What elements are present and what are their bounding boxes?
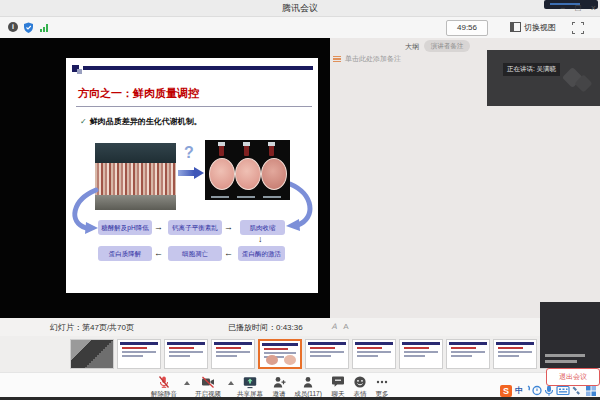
pen-tool-icon[interactable]: A: [331, 322, 338, 331]
meeting-info-icon[interactable]: i: [8, 22, 18, 32]
ime-mode-chinese[interactable]: 中: [515, 385, 523, 396]
chat-bubble-icon: [331, 375, 345, 389]
speaking-now-badge: 正在讲话: 吴满晓: [503, 63, 560, 76]
slide-thumbnail[interactable]: [211, 339, 255, 369]
meat-sample: [209, 158, 235, 190]
flow-arrow-left: ←: [154, 249, 163, 258]
meat-sample: [235, 158, 261, 190]
flow-arrow-left: ←: [224, 249, 233, 258]
slide[interactable]: 方向之一：鲜肉质量调控 ✓鲜肉品质差异的生化代谢机制。 ?: [66, 58, 318, 293]
tencent-meeting-window: 腾讯会议 − □ × i 49:56 切换视图 方向之一：鲜肉质量调控: [0, 0, 600, 400]
slide-thumbnail[interactable]: [164, 339, 208, 369]
photo-caption: [211, 196, 229, 198]
tools-icon: [573, 387, 581, 395]
overlay-text-line: [545, 360, 577, 363]
security-shield-icon[interactable]: [23, 22, 34, 34]
slide-thumbnail[interactable]: [493, 339, 537, 369]
slide-thumbnail[interactable]: [305, 339, 349, 369]
notes-placeholder[interactable]: 单击此处添加备注: [333, 54, 401, 64]
flow-box-protein-degradation: 蛋白质降解: [98, 246, 152, 261]
photo-caption: [237, 196, 255, 198]
annotation-tools: A A: [332, 322, 349, 331]
grid-icon: [586, 386, 591, 391]
fullscreen-icon[interactable]: [572, 22, 584, 34]
slide-thumbnail[interactable]: [117, 339, 161, 369]
slide-position-label: 幻灯片：第47页/共70页: [50, 322, 134, 333]
members-button[interactable]: 成员(117): [288, 375, 328, 399]
share-screen-icon: [243, 375, 257, 389]
mic-muted-icon: [157, 375, 171, 389]
exit-meeting-button[interactable]: 退出会议: [546, 368, 600, 386]
window-titlebar: 腾讯会议 − □ ×: [0, 0, 600, 17]
share-screen-button[interactable]: 共享屏幕: [232, 375, 268, 399]
flow-box-glycolysis: 糖酵解及pH降低: [98, 220, 152, 235]
flow-arrow-down: ↓: [258, 235, 263, 244]
quote-icon: [528, 386, 529, 390]
meat-sample: [261, 158, 287, 190]
chat-button[interactable]: 聊天: [326, 375, 350, 399]
emoji-button[interactable]: 表情: [348, 375, 372, 399]
test-tube: [269, 142, 274, 156]
switch-view-icon: [510, 22, 521, 32]
minimize-button[interactable]: −: [560, 2, 565, 14]
flow-box-protease: 蛋白酶的激活: [238, 246, 285, 261]
switch-view-label: 切换视图: [524, 22, 556, 33]
overlay-window: [540, 302, 600, 368]
tab-speaker-notes[interactable]: 演讲者备注: [424, 40, 470, 52]
invite-person-icon: [272, 375, 286, 389]
presentation-stage: 方向之一：鲜肉质量调控 ✓鲜肉品质差异的生化代谢机制。 ?: [0, 38, 330, 318]
emoji-smiley-icon: [353, 375, 367, 389]
elapsed-time-label: 已播放时间：0:43:36: [228, 322, 303, 333]
keyboard-icon: [557, 387, 569, 395]
playback-infobar: 幻灯片：第47页/共70页 已播放时间：0:43:36 A A: [0, 318, 600, 336]
meeting-statusbar: i 49:56 切换视图: [0, 17, 600, 39]
meeting-timer: 49:56: [446, 20, 488, 36]
more-button[interactable]: 更多: [370, 375, 394, 399]
members-icon: [301, 375, 315, 389]
camera-off-icon: [201, 375, 215, 389]
notes-icon: [333, 56, 341, 63]
restore-button[interactable]: □: [575, 2, 580, 14]
test-tube: [219, 142, 224, 156]
font-tool-icon[interactable]: A: [343, 322, 348, 331]
test-tube: [244, 142, 249, 156]
sogou-logo-icon[interactable]: S: [500, 385, 512, 397]
close-button[interactable]: ×: [591, 2, 596, 14]
more-ellipsis-icon: [375, 375, 389, 389]
tab-outline[interactable]: 大纲: [405, 42, 419, 52]
flow-arrow-right: →: [224, 223, 233, 232]
meat-samples-photo: [205, 140, 290, 200]
network-signal-icon: [40, 24, 48, 32]
overlay-text-line: [545, 354, 585, 357]
flow-box-apoptosis: 细胞凋亡: [168, 246, 222, 261]
switch-view-button[interactable]: 切换视图: [510, 20, 556, 34]
video-button[interactable]: 开启视频: [190, 375, 226, 399]
mute-button[interactable]: 解除静音: [146, 375, 182, 399]
slide-thumbnail[interactable]: [258, 339, 302, 369]
flow-box-muscle: 肌肉收缩: [240, 220, 285, 235]
voice-mic-icon: [547, 386, 551, 393]
slide-thumbnail[interactable]: [399, 339, 443, 369]
photo-caption: [263, 196, 281, 198]
filmstrip: [0, 336, 600, 372]
slide-thumbnail[interactable]: [352, 339, 396, 369]
slide-thumbnail[interactable]: [70, 339, 114, 369]
window-title: 腾讯会议: [0, 2, 600, 15]
flow-box-calcium: 钙离子平衡紊乱: [168, 220, 222, 235]
flow-arrow-right: →: [154, 223, 163, 232]
slide-thumbnail[interactable]: [446, 339, 490, 369]
speaker-video-tile[interactable]: 正在讲话: 吴满晓: [487, 50, 600, 106]
notes-placeholder-text: 单击此处添加备注: [345, 54, 401, 64]
